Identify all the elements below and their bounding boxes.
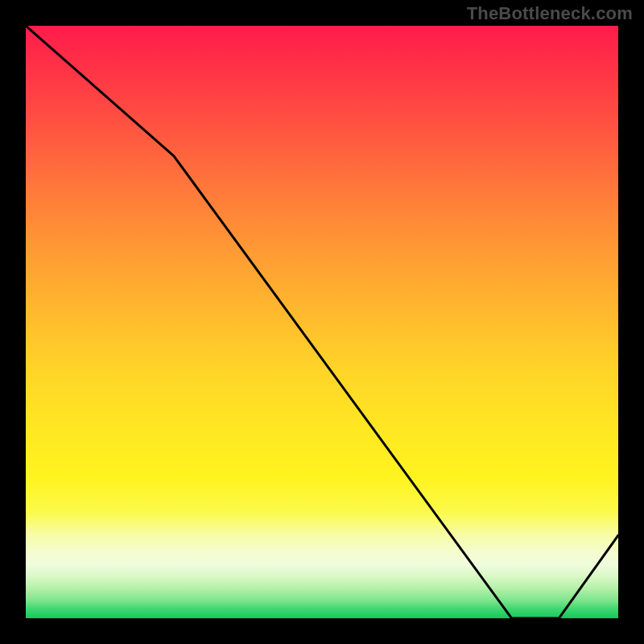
watermark-text: TheBottleneck.com xyxy=(467,3,633,24)
bottleneck-line xyxy=(26,26,618,618)
chart-frame: TheBottleneck.com xyxy=(0,0,644,644)
plot-area xyxy=(26,26,618,618)
